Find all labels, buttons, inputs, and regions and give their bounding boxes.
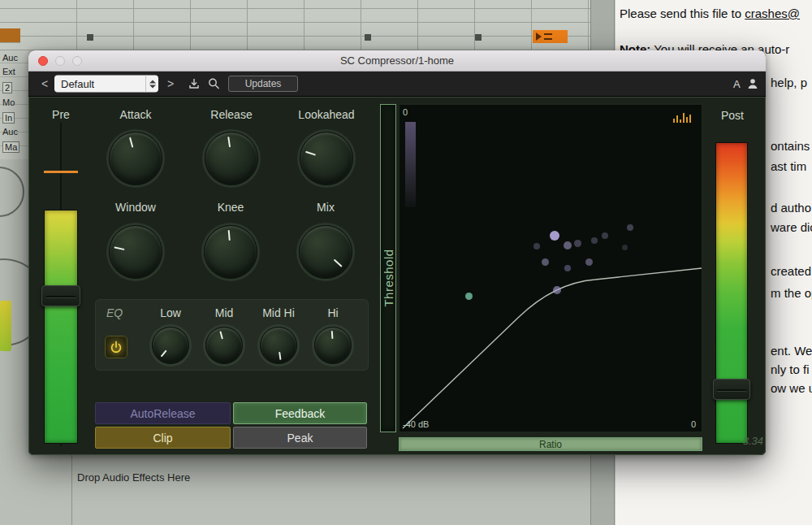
attack-knob[interactable] <box>109 132 162 185</box>
clip-stop-button[interactable] <box>87 34 93 41</box>
knob-pointer <box>330 328 334 345</box>
knob-pointer <box>325 251 345 270</box>
updates-button[interactable]: Updates <box>228 76 298 92</box>
window-label: Window <box>103 201 168 214</box>
plugin-panel: Pre Attack Release Lookahead Window Knee… <box>28 97 766 455</box>
scatter-dot <box>591 237 598 244</box>
eq-midhi-label: Mid Hi <box>254 306 303 319</box>
track-label[interactable]: In <box>2 112 15 124</box>
window-titlebar[interactable]: SC Compressor/1-home <box>28 50 766 72</box>
peak-button[interactable]: Peak <box>233 427 367 449</box>
document-text-fragment: ware dic <box>771 220 812 234</box>
preset-next-button[interactable]: > <box>167 77 174 90</box>
eq-label: EQ <box>106 306 123 319</box>
track-label[interactable]: Auc <box>2 53 18 63</box>
document-line-1: Please send this file to crashes@ <box>620 7 800 20</box>
eq-mid-knob[interactable] <box>205 327 243 364</box>
compressor-graph: 0 -40 dB 0 <box>399 104 702 432</box>
scatter-dot <box>550 231 559 241</box>
drop-zone-hint: Drop Audio Effects Here <box>77 471 190 484</box>
eq-mid-label: Mid <box>200 306 248 319</box>
knob-pointer <box>278 345 282 363</box>
knob-pointer <box>227 226 231 252</box>
knob-pointer <box>227 132 232 158</box>
preset-name: Default <box>54 78 145 90</box>
playing-clip[interactable] <box>533 30 568 43</box>
plugin-version: 3.34 <box>715 435 763 447</box>
authorize-button[interactable]: A <box>733 78 741 90</box>
plugin-toolbar: < Default > Updates A <box>28 72 766 97</box>
document-text-fragment: help, p <box>771 76 807 89</box>
mix-knob[interactable] <box>299 225 352 279</box>
lookahead-label: Lookahead <box>294 108 359 121</box>
document-text-fragment: created <box>771 264 811 278</box>
clip-bars-icon <box>544 33 552 40</box>
preset-selector[interactable]: Default <box>54 76 158 93</box>
scatter-dot <box>533 243 540 249</box>
document-text-fragment: ontains <box>771 139 810 153</box>
zoom-button[interactable] <box>72 56 82 66</box>
minimize-button[interactable] <box>55 56 65 66</box>
track-label[interactable]: Ma <box>2 141 19 153</box>
ratio-slider[interactable]: Ratio <box>399 437 702 451</box>
account-icon[interactable] <box>746 77 759 90</box>
scatter-dot <box>564 265 571 271</box>
document-text-fragment: ow we u <box>771 381 812 395</box>
save-preset-icon[interactable] <box>188 77 201 90</box>
power-icon <box>109 340 123 354</box>
document-text-fragment: m the op <box>771 286 812 300</box>
attack-label: Attack <box>103 108 168 121</box>
scatter-dot <box>627 224 633 231</box>
eq-hi-label: Hi <box>309 306 357 319</box>
clip-button[interactable]: Clip <box>95 427 231 449</box>
eq-midhi-knob[interactable] <box>260 327 297 364</box>
preset-prev-button[interactable]: < <box>41 77 48 90</box>
feedback-button[interactable]: Feedback <box>233 402 367 424</box>
search-icon[interactable] <box>208 78 220 90</box>
pre-fader-handle[interactable] <box>41 285 80 306</box>
clip-stop-button[interactable] <box>365 34 371 41</box>
scatter-dot <box>465 293 473 300</box>
threshold-slider[interactable]: Threshold <box>380 104 396 432</box>
clip-stop-button[interactable] <box>475 34 482 41</box>
scatter-dots-layer <box>399 104 702 432</box>
close-button[interactable] <box>38 56 48 66</box>
track-label[interactable]: Auc <box>2 127 18 137</box>
post-fader-handle[interactable] <box>713 379 750 400</box>
eq-hi-knob[interactable] <box>314 327 352 364</box>
release-label: Release <box>199 108 264 121</box>
knob-pointer <box>110 245 136 253</box>
record-arm-cell[interactable] <box>0 28 20 43</box>
knob-pointer <box>218 328 225 345</box>
track-label[interactable]: Ext <box>2 67 15 76</box>
release-knob[interactable] <box>205 132 258 185</box>
window-title: SC Compressor/1-home <box>340 54 454 67</box>
scatter-dot <box>585 258 593 266</box>
ratio-label: Ratio <box>539 439 562 450</box>
device-meter-partial <box>0 301 11 351</box>
clip-play-icon <box>536 33 542 41</box>
eq-low-knob[interactable] <box>152 327 189 364</box>
scatter-dot <box>564 241 572 249</box>
eq-power-button[interactable] <box>105 336 127 358</box>
lookahead-knob[interactable] <box>300 132 353 185</box>
track-label[interactable]: Mo <box>2 98 15 107</box>
pre-label: Pre <box>37 108 85 121</box>
threshold-label: Threshold <box>382 249 395 306</box>
knee-label: Knee <box>198 201 263 214</box>
histogram-icon[interactable] <box>673 110 694 123</box>
preset-stepper[interactable] <box>145 76 158 93</box>
post-label: Post <box>708 109 757 122</box>
graph-bottom-left-tick: -40 dB <box>403 419 429 429</box>
clip-grid <box>0 0 615 50</box>
scatter-dot <box>574 240 581 247</box>
autorelease-button[interactable]: AutoRelease <box>95 402 231 424</box>
crash-email-link[interactable]: crashes@ <box>745 7 800 20</box>
window-knob[interactable] <box>109 225 162 279</box>
knee-knob[interactable] <box>204 225 257 279</box>
pre-level-meter <box>44 210 78 444</box>
document-text-fragment: ent. We <box>771 344 812 358</box>
knob-pointer <box>128 133 136 158</box>
track-label[interactable]: 2 <box>2 82 12 93</box>
stepper-down-icon <box>149 85 156 88</box>
